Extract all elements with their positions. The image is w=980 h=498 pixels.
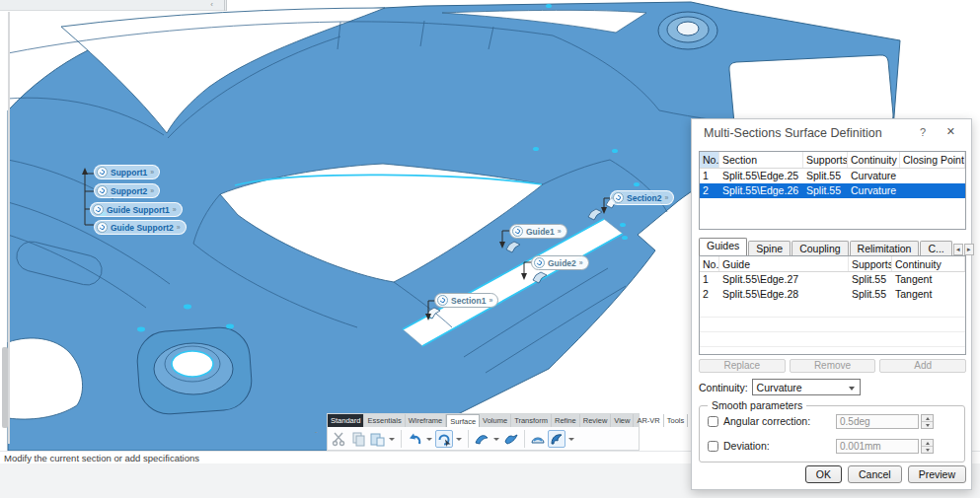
table-row[interactable]: 1 Split.55\Edge.25 Split.55 Curvature	[700, 169, 965, 183]
deviation-spinner[interactable]	[921, 439, 934, 454]
tab-scroll-left-icon[interactable]: ◄	[953, 244, 963, 255]
feature-icon	[534, 257, 545, 268]
left-scrollbar-thumb[interactable]	[2, 347, 8, 428]
application-window: ‹ Support1 » Support2 » Guide Support1 »…	[0, 0, 980, 498]
ribbon-tab-standard[interactable]: Standard	[328, 414, 364, 427]
blend-icon[interactable]	[502, 430, 520, 448]
ribbon-tab-wireframe[interactable]: Wireframe	[406, 414, 447, 427]
continuity-value: Curvature	[757, 382, 802, 393]
col-guide: Guide	[719, 256, 849, 271]
ribbon-tab-essentials[interactable]: Essentials	[364, 414, 405, 427]
label-section1[interactable]: Section1 »	[434, 293, 498, 308]
tab-canonical[interactable]: C...	[920, 241, 951, 255]
label-guide1[interactable]: Guide1 »	[509, 224, 567, 239]
close-icon[interactable]: ✕	[946, 125, 955, 138]
multi-sections-dropdown-icon[interactable]	[568, 438, 574, 441]
undo-dropdown-icon[interactable]	[426, 438, 432, 441]
expand-arrow-icon[interactable]: »	[579, 259, 583, 266]
sections-table[interactable]: No. Section Supports Continuity Closing …	[699, 151, 966, 230]
cell-supports: Split.55	[803, 169, 848, 183]
remove-button[interactable]: Remove	[790, 359, 876, 373]
cell-no: 1	[700, 169, 719, 183]
help-icon[interactable]: ?	[920, 126, 926, 138]
deviation-field[interactable]: 0.001mm	[836, 439, 919, 454]
toolbar-overflow-icon[interactable]: ˇ	[315, 430, 318, 439]
table-row[interactable]: 1 Split.55\Edge.27 Split.55 Tangent	[700, 272, 965, 287]
tab-relimitation[interactable]: Relimitation	[850, 241, 920, 255]
copy-icon[interactable]	[349, 430, 367, 448]
cell-closing-point	[900, 169, 965, 183]
table-row[interactable]: 2 Split.55\Edge.28 Split.55 Tangent	[700, 287, 965, 302]
ribbon-icon-row	[328, 427, 639, 451]
loft-icon[interactable]	[529, 430, 547, 448]
sweep-dropdown-icon[interactable]	[493, 438, 499, 441]
angular-correction-field[interactable]: 0.5deg	[836, 414, 919, 429]
circular-boss-bottom-left[interactable]	[135, 325, 254, 416]
expand-arrow-icon[interactable]: »	[177, 224, 181, 231]
update-icon[interactable]	[435, 430, 453, 448]
expand-arrow-icon[interactable]: »	[489, 297, 492, 304]
angular-correction-spinner[interactable]	[921, 414, 934, 429]
collapsed-panel-bar[interactable]: ‹	[0, 0, 227, 11]
ribbon-tab-view[interactable]: View	[611, 414, 634, 427]
smooth-parameters-group: Smooth parameters Angular correction: 0.…	[699, 405, 965, 462]
deviation-checkbox[interactable]	[708, 441, 718, 452]
multi-sections-surface-icon[interactable]	[548, 430, 565, 448]
table-row-selected[interactable]: 2 Split.55\Edge.26 Split.55 Curvature	[700, 183, 965, 198]
ribbon-tab-transform[interactable]: Transform	[511, 414, 552, 427]
expand-arrow-icon[interactable]: »	[150, 169, 154, 176]
feature-icon	[512, 226, 523, 237]
ribbon-tab-surface[interactable]: Surface	[446, 414, 480, 427]
update-dropdown-icon[interactable]	[456, 438, 462, 441]
label-section2[interactable]: Section2 »	[610, 190, 674, 205]
expand-arrow-icon[interactable]: »	[150, 187, 154, 194]
paste-icon[interactable]	[368, 430, 386, 448]
angular-correction-label: Angular correction:	[723, 415, 810, 427]
continuity-row: Continuity: Curvature	[699, 379, 861, 395]
label-guide2[interactable]: Guide2 »	[531, 255, 589, 270]
col-supports: Supports	[803, 152, 848, 168]
col-continuity: Continuity	[892, 256, 965, 271]
tab-spine[interactable]: Spine	[748, 241, 791, 255]
add-button[interactable]: Add	[879, 359, 966, 373]
label-text: Section2	[627, 193, 661, 203]
ribbon-tab-review[interactable]: Review	[580, 414, 612, 427]
cell-no: 1	[700, 272, 719, 287]
cell-section: Split.55\Edge.25	[719, 169, 803, 183]
replace-button[interactable]: Replace	[699, 359, 786, 373]
expand-arrow-icon[interactable]: »	[664, 194, 668, 201]
ribbon-tab-tools[interactable]: Tools	[664, 414, 689, 427]
ribbon-tab-strip: Standard Essentials Wireframe Surface Vo…	[328, 414, 639, 427]
feature-icon	[97, 222, 108, 233]
guides-table[interactable]: No. Guide Supports Continuity 1 Split.55…	[699, 255, 966, 355]
undo-icon[interactable]	[406, 430, 423, 448]
label-support1[interactable]: Support1 »	[94, 165, 160, 179]
label-support2[interactable]: Support2 »	[94, 183, 160, 198]
sections-table-header: No. Section Supports Continuity Closing …	[700, 152, 965, 169]
expand-arrow-icon[interactable]: »	[558, 228, 562, 235]
angular-correction-checkbox[interactable]	[708, 416, 718, 427]
chevron-down-icon	[849, 387, 855, 391]
label-guide-support2[interactable]: Guide Support2 »	[94, 220, 187, 235]
expand-arrow-icon[interactable]: »	[173, 206, 177, 213]
panel-collapse-icon[interactable]: ‹	[210, 0, 213, 10]
sweep-icon[interactable]	[473, 430, 490, 448]
dialog-footer: OK Cancel Preview	[805, 465, 966, 483]
ok-button[interactable]: OK	[805, 465, 842, 483]
cancel-button[interactable]: Cancel	[848, 465, 902, 483]
ribbon-tab-refine[interactable]: Refine	[552, 414, 580, 427]
cut-icon[interactable]	[331, 430, 348, 448]
circular-boss-top-right[interactable]	[658, 12, 717, 49]
label-guide-support1[interactable]: Guide Support1 »	[90, 202, 183, 217]
cell-supports: Split.55	[803, 183, 848, 198]
paste-dropdown-icon[interactable]	[389, 438, 395, 441]
feature-icon	[437, 295, 448, 306]
ribbon-tab-ar-vr[interactable]: AR-VR	[634, 414, 663, 427]
tab-guides[interactable]: Guides	[699, 238, 747, 255]
ribbon-tab-volume[interactable]: Volume	[480, 414, 511, 427]
label-text: Guide Support2	[111, 223, 174, 233]
tab-scroll-right-icon[interactable]: ►	[964, 244, 974, 255]
continuity-select[interactable]: Curvature	[752, 379, 861, 395]
tab-coupling[interactable]: Coupling	[792, 241, 848, 255]
preview-button[interactable]: Preview	[908, 465, 966, 483]
